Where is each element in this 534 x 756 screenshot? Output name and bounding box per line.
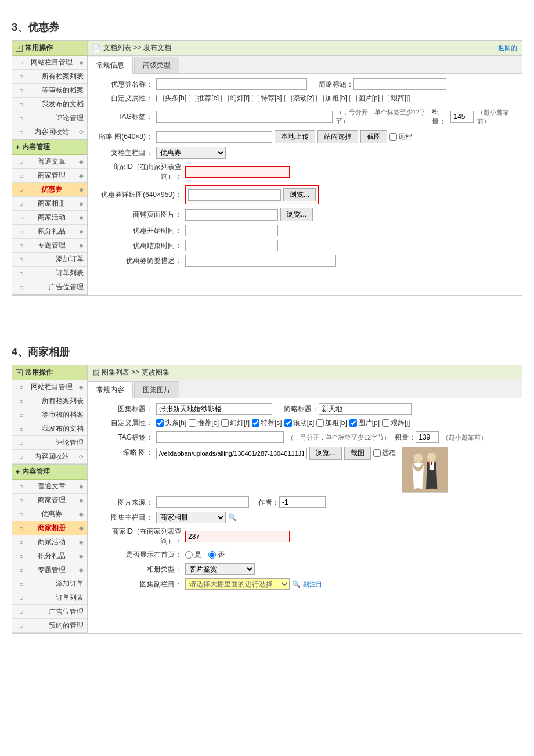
input-count[interactable] <box>450 111 474 123</box>
checkbox-recommend[interactable]: 推荐[c] <box>189 93 219 103</box>
checkbox-slideshow2[interactable]: 幻灯[f] <box>221 418 250 428</box>
sidebar-item-topic2[interactable]: ○ 专题管理 ◆ <box>12 563 87 577</box>
sidebar-content-mgmt-header[interactable]: + 内容管理 <box>12 140 87 155</box>
sidebar-item-collect2[interactable]: ○ 内容回收站 ⟳ <box>12 450 87 464</box>
sidebar-content-mgmt-header2[interactable]: + 内容管理 <box>12 465 87 480</box>
cb-photo2[interactable] <box>349 419 357 427</box>
checkbox-bold[interactable]: 加粗[b] <box>316 93 347 103</box>
sidebar-item-points2[interactable]: ○ 积分礼品 ◆ <box>12 549 87 563</box>
sidebar-item-topic-mgr[interactable]: ○ 专题管理 ◆ <box>12 239 87 253</box>
cb-jc[interactable] <box>382 95 389 102</box>
sidebar-item-album2[interactable]: ○ 商家相册 ◆ <box>12 521 87 535</box>
input-end-time[interactable] <box>185 240 278 251</box>
cb-featured[interactable] <box>252 95 259 102</box>
sidebar-item-article[interactable]: ○ 普通文章 ◆ <box>12 155 87 169</box>
cb-jc2[interactable] <box>382 419 389 427</box>
input-thumb-path2[interactable] <box>156 448 307 459</box>
input-thumb-path[interactable] <box>156 131 272 143</box>
input-album-title[interactable] <box>156 403 272 415</box>
tab-advanced[interactable]: 高级类型 <box>134 57 179 73</box>
cb-scroll[interactable] <box>284 95 292 102</box>
btn-screenshot2[interactable]: 截图 <box>344 447 371 460</box>
sidebar-item-my-docs2[interactable]: ○ 我发布的文档 <box>12 422 87 436</box>
search-icon-category[interactable]: 🔍 <box>228 513 237 521</box>
cb-headline[interactable] <box>156 95 164 102</box>
sidebar-item-all-docs2[interactable]: ○ 所有档案列表 <box>12 394 87 408</box>
input-tag[interactable] <box>156 111 333 123</box>
checkbox-scroll[interactable]: 滚动[z] <box>284 93 315 103</box>
cb-bold[interactable] <box>316 95 324 102</box>
cb-recommend2[interactable] <box>189 419 196 427</box>
input-tag2[interactable] <box>156 431 284 443</box>
checkbox-recommend2[interactable]: 推荐[c] <box>189 418 219 428</box>
select-main-category[interactable]: 优惠券 <box>156 147 226 159</box>
input-img-source[interactable] <box>156 496 249 508</box>
sidebar-item-ad-mgmt[interactable]: ○ 广告位管理 <box>12 280 87 294</box>
checkbox-bold2[interactable]: 加粗[b] <box>316 418 347 428</box>
checkbox-slideshow[interactable]: 幻灯[f] <box>221 93 250 103</box>
sidebar-item-merchant-mgr[interactable]: ○ 商家管理 ◆ <box>12 169 87 183</box>
radio-no-label[interactable]: 否 <box>208 550 225 560</box>
checkbox-headline2[interactable]: 头条[h] <box>156 418 186 428</box>
cb-bold2[interactable] <box>316 419 324 427</box>
sidebar-item-my-docs[interactable]: ○ 我发布的文档 <box>12 98 87 111</box>
sidebar-item-merchant-activity[interactable]: ○ 商家活动 ◆ <box>12 211 87 225</box>
btn-browse-detail[interactable]: 浏览... <box>283 188 316 201</box>
input-start-time[interactable] <box>185 225 278 236</box>
input-coupon-detail-img[interactable] <box>188 189 281 201</box>
input-count2[interactable] <box>416 431 439 443</box>
cb-remote-label2[interactable]: 远程 <box>373 448 396 458</box>
checkbox-photo[interactable]: 图片[p] <box>349 93 380 103</box>
cb-headline2[interactable] <box>156 419 164 427</box>
back-link[interactable]: 返回的 <box>498 44 517 52</box>
input-shop-img[interactable] <box>185 209 278 221</box>
cb-slideshow2[interactable] <box>221 419 229 427</box>
cb-recommend[interactable] <box>189 95 196 102</box>
sidebar-item-merchant-album[interactable]: ○ 商家相册 ◆ <box>12 197 87 211</box>
tab-basic-info[interactable]: 常规信息 <box>88 57 133 74</box>
cb-remote2[interactable] <box>373 449 381 457</box>
radio-yes[interactable] <box>185 551 193 559</box>
btn-browse-shop[interactable]: 浏览... <box>280 208 313 221</box>
input-coupon-name[interactable] <box>156 78 307 90</box>
sidebar-item-order-list2[interactable]: ○ 订单列表 <box>12 591 87 605</box>
select-sub-category[interactable]: 请选择大棚里面的进行选择 <box>185 578 290 590</box>
btn-browse-thumb[interactable]: 浏览... <box>309 447 342 460</box>
tab-basic-info2[interactable]: 常规内容 <box>88 381 133 398</box>
sidebar-item-site-dir2[interactable]: ○ 网站栏目管理 ◆ <box>12 380 87 394</box>
radio-no[interactable] <box>208 551 216 559</box>
sidebar-item-coupon[interactable]: ○ 优惠券 ◆ <box>12 183 87 197</box>
cb-remote[interactable] <box>389 133 397 141</box>
checkbox-photo2[interactable]: 图片[p] <box>349 418 380 428</box>
input-album-short-title[interactable] <box>319 403 412 415</box>
checkbox-featured[interactable]: 特荐[s] <box>252 93 282 103</box>
cb-slideshow[interactable] <box>221 95 229 102</box>
sidebar-item-comment2[interactable]: ○ 评论管理 <box>12 436 87 450</box>
input-merchant-id[interactable] <box>185 166 290 178</box>
checkbox-featured2[interactable]: 特荐[s] <box>252 418 282 428</box>
sidebar-item-activity2[interactable]: ○ 商家活动 ◆ <box>12 535 87 549</box>
sidebar-item-pending2[interactable]: ○ 等审核的档案 <box>12 408 87 422</box>
sidebar-item-article2[interactable]: ○ 普通文章 ◆ <box>12 480 87 494</box>
input-author[interactable] <box>279 496 326 508</box>
sidebar-item-booking[interactable]: ○ 预约的管理 <box>12 619 87 633</box>
input-short-title[interactable] <box>353 78 446 90</box>
cb-scroll2[interactable] <box>284 419 292 427</box>
select-album-category[interactable]: 商家相册 <box>156 512 226 523</box>
radio-yes-label[interactable]: 是 <box>185 550 201 560</box>
select-album-type[interactable]: 客片鉴赏 <box>185 563 255 575</box>
checkbox-scroll2[interactable]: 滚动[z] <box>284 418 315 428</box>
sidebar-item-points-gift[interactable]: ○ 积分礼品 ◆ <box>12 225 87 239</box>
cb-photo[interactable] <box>349 95 357 102</box>
search-icon-sub[interactable]: 🔍 <box>292 580 301 588</box>
sidebar-item-add-order[interactable]: ○ 添加订单 <box>12 253 87 267</box>
checkbox-jc[interactable]: 艰辞[j] <box>382 93 410 103</box>
sidebar-item-comment-mgr[interactable]: ○ 评论管理 <box>12 111 87 125</box>
sidebar-item-pending-docs[interactable]: ○ 等审核的档案 <box>12 84 87 98</box>
input-merchant-id2[interactable] <box>185 531 290 542</box>
sidebar-common-ops-header[interactable]: + 常用操作 <box>12 41 87 56</box>
sidebar-item-all-docs[interactable]: ○ 所有档案列表 <box>12 70 87 84</box>
cb-featured2[interactable] <box>252 419 259 427</box>
tab-album-pics[interactable]: 图集图片 <box>134 381 179 398</box>
sidebar-item-ad-mgmt2[interactable]: ○ 广告位管理 <box>12 605 87 619</box>
